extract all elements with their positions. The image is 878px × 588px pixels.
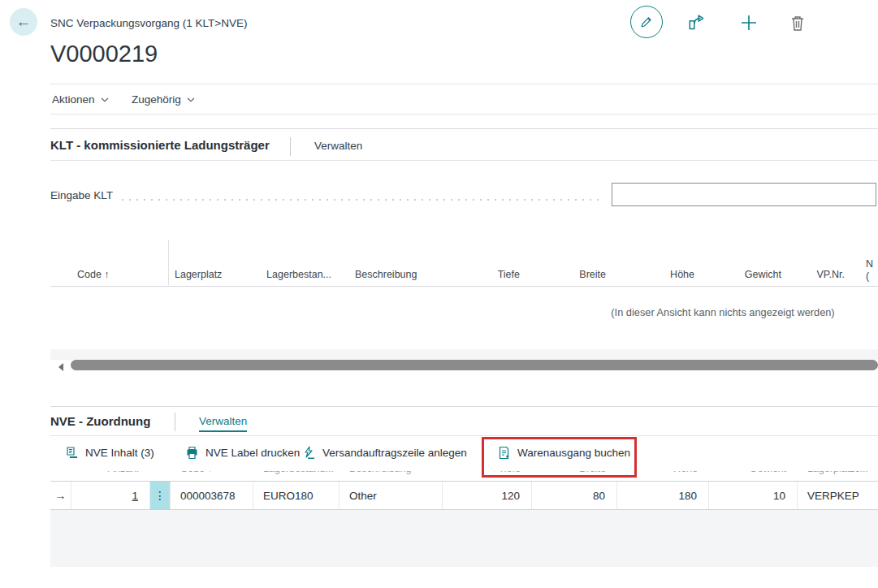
nve-cell-hoehe[interactable]: 180 <box>617 482 709 509</box>
plus-icon <box>737 11 760 34</box>
nve-cell-anzahl[interactable]: 1 <box>71 482 150 509</box>
post-document-icon <box>497 446 511 460</box>
app-title: SNC Verpackungsvorgang (1 KLT>NVE) <box>50 17 248 29</box>
nve-inhalt-button[interactable]: NVE Inhalt (3) <box>63 443 156 463</box>
klt-verwalten-tab[interactable]: Verwalten <box>314 140 362 155</box>
share-button[interactable] <box>686 11 709 34</box>
versandauftragszeile-anlegen-button[interactable]: Versandauftragszeile anlegen <box>301 443 469 463</box>
menu-zugehoerig[interactable]: Zugehörig <box>128 92 198 107</box>
warenausgang-buchen-label: Warenausgang buchen <box>517 447 630 459</box>
eingabe-klt-input[interactable] <box>612 183 876 206</box>
nve-verwalten-tab[interactable]: Verwalten <box>199 415 247 432</box>
klt-column-header[interactable]: Tiefe <box>439 269 520 280</box>
klt-column-header[interactable]: Höhe <box>613 269 694 280</box>
klt-column-header-truncated[interactable]: N ( <box>866 258 873 283</box>
trash-icon <box>788 14 811 33</box>
delete-button[interactable] <box>788 12 811 35</box>
divider <box>50 160 878 161</box>
nve-table: AnzahlCode ↑Lagerbestand...BeschreibungT… <box>50 436 878 588</box>
divider <box>50 114 878 115</box>
lightning-create-icon <box>302 446 316 460</box>
nve-cell-lagerplatzcode[interactable]: VERPKEP <box>798 482 878 509</box>
menu-aktionen-label: Aktionen <box>52 93 95 106</box>
versandauftragszeile-anlegen-label: Versandauftragszeile anlegen <box>322 447 467 459</box>
table-row[interactable]: →1⋮000003678EURO180Other1208018010VERPKE… <box>50 481 878 510</box>
printer-icon <box>185 446 199 460</box>
share-icon <box>686 12 709 33</box>
klt-column-header[interactable]: Breite <box>525 269 606 280</box>
table-footer-band <box>50 349 878 360</box>
klt-column-header[interactable]: Lagerplatz <box>175 269 222 280</box>
nve-cell-code[interactable]: 000003678 <box>171 482 253 509</box>
nve-cell-lagerbestand[interactable]: EURO180 <box>253 482 340 509</box>
separator <box>175 413 175 431</box>
table-footer-band <box>50 510 878 567</box>
back-button[interactable]: ← <box>10 8 37 36</box>
nve-label-drucken-label: NVE Label drucken <box>205 447 300 459</box>
nve-cell-anzahl-link[interactable]: 1 <box>132 490 138 502</box>
divider <box>50 84 878 84</box>
frozen-column-divider <box>168 240 169 285</box>
row-selector-arrow: → <box>50 482 71 509</box>
dotted-leader <box>122 199 603 201</box>
page-title: V0000219 <box>50 41 158 67</box>
klt-column-header[interactable]: Code ↑ <box>77 269 110 280</box>
eingabe-klt-label: Eingabe KLT <box>50 189 113 201</box>
klt-column-header[interactable]: Lagerbestan... <box>237 269 331 280</box>
klt-section-title: KLT - kommissionierte Ladungsträger <box>50 138 270 152</box>
row-menu-button[interactable]: ⋮ <box>150 482 171 509</box>
horizontal-scrollbar[interactable] <box>71 360 878 370</box>
edit-button[interactable] <box>630 6 663 38</box>
divider <box>50 128 878 129</box>
menu-aktionen[interactable]: Aktionen <box>49 92 112 107</box>
nve-section-title: NVE - Zuordnung <box>50 414 150 428</box>
nve-cell-beschreibung[interactable]: Other <box>340 482 443 509</box>
klt-table-header: Code ↑LagerplatzLagerbestan...Beschreibu… <box>50 240 878 287</box>
report-list-icon <box>65 446 79 460</box>
nve-label-drucken-button[interactable]: NVE Label drucken <box>184 443 301 463</box>
pencil-icon <box>640 15 653 28</box>
separator <box>290 137 291 156</box>
scrollbar-left-arrow[interactable] <box>58 363 63 371</box>
empty-table-message: (In dieser Ansicht kann nichts angezeigt… <box>569 306 877 318</box>
nve-cell-tiefe[interactable]: 120 <box>443 482 532 509</box>
back-arrow-icon: ← <box>16 13 32 30</box>
warenausgang-buchen-button[interactable]: Warenausgang buchen <box>495 443 632 463</box>
klt-column-header[interactable]: Beschreibung <box>355 269 417 280</box>
nve-inhalt-label: NVE Inhalt (3) <box>85 447 154 459</box>
menu-zugehoerig-label: Zugehörig <box>132 93 181 106</box>
nve-toolbar: NVE Inhalt (3) NVE Label drucken Versand… <box>50 436 878 471</box>
klt-column-header[interactable]: VP.Nr. <box>763 269 845 280</box>
chevron-down-icon <box>187 97 195 102</box>
divider <box>50 406 878 407</box>
nve-cell-breite[interactable]: 80 <box>532 482 617 509</box>
nve-cell-gewicht[interactable]: 10 <box>709 482 798 509</box>
page: ← SNC Verpackungsvorgang (1 KLT>NVE) V00… <box>0 0 878 588</box>
new-button[interactable] <box>737 11 760 34</box>
chevron-down-icon <box>101 97 109 102</box>
